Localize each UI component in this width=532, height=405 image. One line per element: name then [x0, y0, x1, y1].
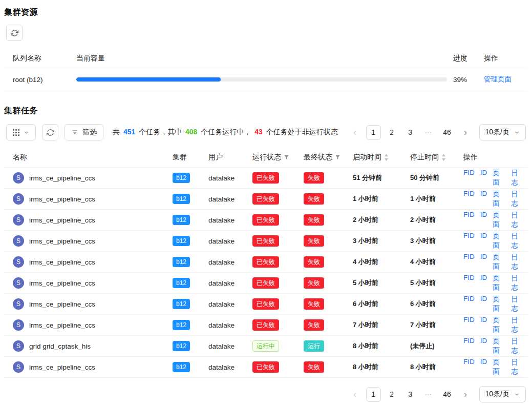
- pagination-ellipsis[interactable]: ⋯: [421, 125, 436, 140]
- cluster-tag: b12: [173, 173, 190, 183]
- tasks-refresh-button[interactable]: [42, 124, 58, 140]
- page-link[interactable]: 页面: [493, 211, 505, 229]
- id-link[interactable]: ID: [480, 358, 487, 376]
- id-link[interactable]: ID: [480, 253, 487, 271]
- log-link[interactable]: 日志: [511, 316, 524, 334]
- final-status-tag: 失败: [304, 361, 324, 373]
- log-link[interactable]: 日志: [511, 337, 524, 355]
- tasks-toolbar: 筛选 共 451 个任务，其中 408 个任务运行中， 43 个任务处于非运行状…: [4, 124, 528, 140]
- log-link[interactable]: 日志: [511, 295, 524, 313]
- final-status-tag: 失败: [304, 277, 324, 289]
- fid-link[interactable]: FID: [463, 232, 475, 250]
- id-link[interactable]: ID: [480, 190, 487, 208]
- pagination-prev-button[interactable]: ‹: [348, 125, 363, 140]
- page-link[interactable]: 页面: [493, 190, 505, 208]
- start-time: 7 小时前: [353, 320, 405, 330]
- col-header-user: 用户: [208, 153, 247, 162]
- page-link[interactable]: 页面: [493, 295, 505, 313]
- cluster-tag: b12: [173, 320, 190, 330]
- task-avatar: S: [13, 256, 24, 268]
- task-name-cell: S irms_ce_pipeline_ccs: [13, 256, 167, 268]
- page-link[interactable]: 页面: [493, 316, 505, 334]
- pagination-page-2[interactable]: 2: [385, 387, 399, 402]
- manage-page-link[interactable]: 管理页面: [484, 75, 512, 83]
- id-link[interactable]: ID: [480, 211, 487, 229]
- task-name-cell: S irms_ce_pipeline_ccs: [13, 298, 167, 310]
- log-link[interactable]: 日志: [511, 190, 524, 208]
- page-link[interactable]: 页面: [493, 253, 505, 271]
- cluster-tag: b12: [173, 362, 190, 372]
- task-row: S irms_ce_pipeline_ccs b12 datalake 已失败 …: [4, 252, 528, 273]
- filter-button[interactable]: 筛选: [65, 124, 103, 140]
- page-size-select[interactable]: 10条/页: [479, 386, 526, 402]
- fid-link[interactable]: FID: [463, 295, 475, 313]
- fid-link[interactable]: FID: [463, 337, 475, 355]
- col-header-stop-time[interactable]: 停止时间: [410, 153, 458, 162]
- page-link[interactable]: 页面: [493, 232, 505, 250]
- id-link[interactable]: ID: [480, 337, 487, 355]
- tasks-footer: ‹ 1 2 3 ⋯ 46 › 10条/页: [4, 386, 528, 402]
- log-link[interactable]: 日志: [511, 169, 524, 187]
- resource-row: root (b12) 39% 管理页面: [4, 68, 528, 91]
- page-size-select[interactable]: 10条/页: [479, 124, 526, 140]
- pagination-page-3[interactable]: 3: [403, 387, 418, 402]
- pagination-page-last[interactable]: 46: [440, 387, 455, 402]
- fid-link[interactable]: FID: [463, 316, 475, 334]
- task-name: grid grid_cptask_his: [29, 342, 91, 350]
- pagination-prev-button[interactable]: ‹: [348, 387, 363, 402]
- fid-link[interactable]: FID: [463, 169, 475, 187]
- log-link[interactable]: 日志: [511, 253, 524, 271]
- start-time: 2 小时前: [353, 215, 405, 225]
- task-avatar: S: [13, 193, 24, 205]
- page-link[interactable]: 页面: [493, 358, 505, 376]
- filter-funnel-icon[interactable]: [335, 154, 341, 160]
- log-link[interactable]: 日志: [511, 211, 524, 229]
- fid-link[interactable]: FID: [463, 358, 475, 376]
- fid-link[interactable]: FID: [463, 211, 475, 229]
- id-link[interactable]: ID: [480, 316, 487, 334]
- task-row: S irms_ce_pipeline_ccs b12 datalake 已失败 …: [4, 168, 528, 189]
- final-status-tag: 失败: [304, 298, 324, 310]
- col-header-start-time[interactable]: 启动时间: [353, 153, 405, 162]
- page-link[interactable]: 页面: [493, 169, 505, 187]
- pagination-page-2[interactable]: 2: [385, 125, 399, 140]
- page-size-value: 10条/页: [485, 390, 509, 399]
- pagination-page-1[interactable]: 1: [366, 125, 381, 140]
- stop-time: 5 小时前: [410, 278, 458, 288]
- filter-button-label: 筛选: [82, 128, 97, 137]
- pagination-next-button[interactable]: ›: [458, 387, 473, 402]
- cluster-tag: b12: [173, 257, 190, 267]
- id-link[interactable]: ID: [480, 295, 487, 313]
- sorter-icon[interactable]: [384, 154, 389, 161]
- fid-link[interactable]: FID: [463, 190, 475, 208]
- task-user: datalake: [208, 237, 247, 245]
- log-link[interactable]: 日志: [511, 274, 524, 292]
- col-header-run-status[interactable]: 运行状态: [252, 153, 299, 162]
- page-link[interactable]: 页面: [493, 274, 505, 292]
- task-avatar: S: [13, 298, 24, 310]
- row-actions: FID ID 页面 日志: [463, 316, 524, 334]
- sorter-icon[interactable]: [441, 154, 446, 161]
- col-header-final-status[interactable]: 最终状态: [304, 153, 348, 162]
- run-status-tag: 已失败: [252, 214, 279, 226]
- pagination-page-last[interactable]: 46: [440, 125, 455, 140]
- pagination-page-3[interactable]: 3: [403, 125, 418, 140]
- pagination-next-button[interactable]: ›: [458, 125, 473, 140]
- id-link[interactable]: ID: [480, 274, 487, 292]
- page-link[interactable]: 页面: [493, 337, 505, 355]
- view-columns-button[interactable]: [6, 124, 36, 140]
- cluster-tag: b12: [173, 194, 190, 204]
- id-link[interactable]: ID: [480, 232, 487, 250]
- pagination-page-1[interactable]: 1: [366, 387, 381, 402]
- log-link[interactable]: 日志: [511, 232, 524, 250]
- fid-link[interactable]: FID: [463, 274, 475, 292]
- log-link[interactable]: 日志: [511, 358, 524, 376]
- task-user: datalake: [208, 363, 247, 371]
- pagination-ellipsis[interactable]: ⋯: [421, 387, 436, 402]
- fid-link[interactable]: FID: [463, 253, 475, 271]
- id-link[interactable]: ID: [480, 169, 487, 187]
- capacity-progress-bar: [76, 77, 447, 82]
- resources-refresh-button[interactable]: [6, 25, 23, 41]
- filter-funnel-icon[interactable]: [284, 154, 289, 160]
- tasks-table: 名称 集群 用户 运行状态 最终状态 启动时间 停止时间: [4, 147, 528, 378]
